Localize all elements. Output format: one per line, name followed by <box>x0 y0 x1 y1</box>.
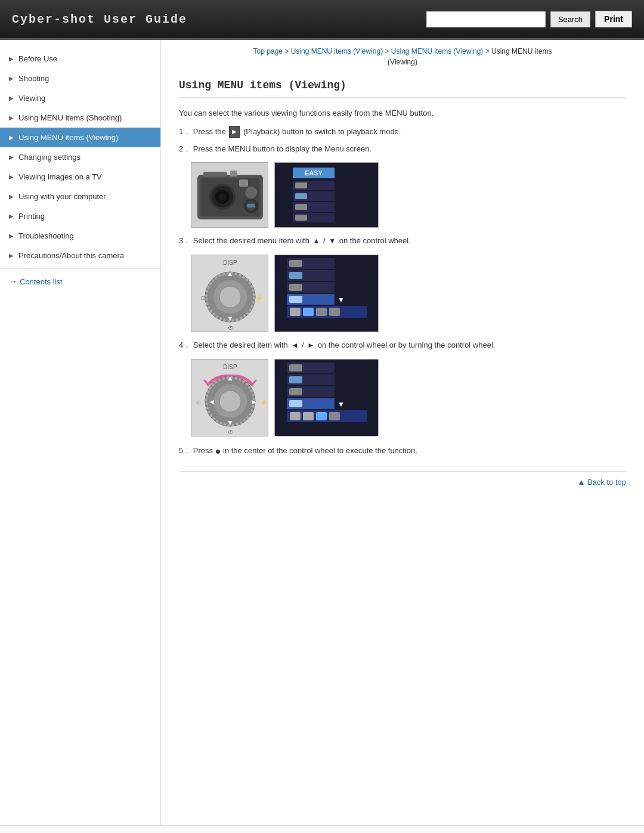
sidebar-item-menu-viewing[interactable]: ▶ Using MENU items (Viewing) <box>0 128 160 147</box>
breadcrumb-menu-viewing-2[interactable]: Using MENU items (Viewing) <box>391 47 483 55</box>
svg-text:⏱: ⏱ <box>228 429 233 435</box>
svg-rect-19 <box>295 193 307 199</box>
arrow-icon: ▶ <box>9 154 14 160</box>
arrow-icon: ▶ <box>9 75 14 82</box>
sidebar-item-changing-settings[interactable]: ▶ Changing settings <box>0 147 160 167</box>
step-5-number: 5． <box>179 446 191 455</box>
wheel-image-1: DISP ▲ ▼ ⊡ ⚡ ⏱ <box>191 255 268 332</box>
arrow-right-icon: → <box>9 277 17 286</box>
sidebar-item-precautions[interactable]: ▶ Precautions/About this camera <box>0 246 160 265</box>
menu-panel-2: ▼ <box>274 255 379 332</box>
sidebar-item-label: Using with your computer <box>18 192 106 201</box>
svg-text:DISP: DISP <box>223 364 237 370</box>
sidebar-item-label: Viewing images on a TV <box>18 172 102 181</box>
svg-point-29 <box>219 286 241 308</box>
arrow-icon: ▶ <box>9 55 14 62</box>
up-arrow: ▲ <box>313 236 320 247</box>
menu-panel-3: ▼ <box>274 359 379 436</box>
svg-rect-39 <box>289 272 302 279</box>
svg-text:◄: ◄ <box>208 398 215 406</box>
image-group-2: DISP ▲ ▼ ⊡ ⚡ ⏱ <box>191 255 626 332</box>
svg-point-7 <box>245 187 257 199</box>
sidebar-item-label: Printing <box>18 212 45 221</box>
svg-rect-12 <box>230 171 237 176</box>
print-button[interactable]: Print <box>595 11 632 27</box>
sidebar-item-label: Troubleshooting <box>18 231 74 240</box>
svg-rect-17 <box>295 182 307 188</box>
sidebar-item-label: Before Use <box>18 54 57 63</box>
svg-text:▼: ▼ <box>338 296 345 304</box>
svg-rect-71 <box>289 400 302 407</box>
sidebar-item-label: Shooting <box>18 74 49 83</box>
svg-point-5 <box>219 193 226 200</box>
camera-svg-1 <box>191 163 268 228</box>
step-4-number: 4． <box>179 340 191 349</box>
sidebar-item-viewing[interactable]: ▶ Viewing <box>0 88 160 108</box>
svg-rect-21 <box>295 204 307 210</box>
svg-text:►: ► <box>250 398 258 406</box>
arrow-icon: ▶ <box>9 174 14 180</box>
search-button[interactable]: Search <box>550 11 590 27</box>
arrow-icon: ▶ <box>9 233 14 239</box>
step-2-number: 2． <box>179 144 191 153</box>
sidebar-item-menu-shooting[interactable]: ▶ Using MENU items (Shooting) <box>0 108 160 128</box>
sidebar-item-printing[interactable]: ▶ Printing <box>0 206 160 226</box>
wheel-image-2: DISP ▲ ▼ ◄ ► <box>191 359 268 436</box>
sidebar-divider <box>0 268 160 269</box>
breadcrumb: Top page > Using MENU items (Viewing) > … <box>179 46 626 67</box>
page-layout: ▶ Before Use ▶ Shooting ▶ Viewing ▶ Usin… <box>0 40 644 825</box>
svg-text:⚡: ⚡ <box>260 398 268 406</box>
step-4: 4． Select the desired item with ◄ / ► on… <box>179 339 626 352</box>
breadcrumb-menu-viewing-1[interactable]: Using MENU items (Viewing) <box>291 47 383 55</box>
sidebar-item-viewing-tv[interactable]: ▶ Viewing images on a TV <box>0 167 160 187</box>
back-to-top[interactable]: ▲ Back to top <box>179 471 626 493</box>
svg-rect-46 <box>303 308 314 316</box>
wheel-svg-1: DISP ▲ ▼ ⊡ ⚡ ⏱ <box>191 255 268 332</box>
svg-text:⏱: ⏱ <box>228 325 233 331</box>
search-input[interactable] <box>426 11 546 27</box>
svg-rect-47 <box>316 308 327 316</box>
sidebar-item-before-use[interactable]: ▶ Before Use <box>0 49 160 69</box>
svg-rect-74 <box>303 412 314 420</box>
step-2: 2． Press the MENU button to display the … <box>179 143 626 156</box>
down-arrow: ▼ <box>329 236 336 247</box>
svg-text:▼: ▼ <box>227 419 234 427</box>
sidebar-item-label: Using MENU items (Viewing) <box>18 133 118 142</box>
contents-list-link[interactable]: → Contents list <box>0 272 160 291</box>
header: Cyber-shot User Guide Search Print <box>0 0 644 40</box>
svg-rect-6 <box>239 179 248 187</box>
site-title: Cyber-shot User Guide <box>12 13 187 26</box>
arrow-icon: ▶ <box>9 193 14 200</box>
svg-text:▲: ▲ <box>227 270 234 278</box>
sidebar: ▶ Before Use ▶ Shooting ▶ Viewing ▶ Usin… <box>0 40 161 825</box>
svg-rect-23 <box>295 215 307 221</box>
sidebar-item-troubleshooting[interactable]: ▶ Troubleshooting <box>0 226 160 246</box>
step-3: 3． Select the desired menu item with ▲ /… <box>179 235 626 247</box>
step-2-text: Press the MENU button to display the Men… <box>193 144 371 153</box>
image-group-3: DISP ▲ ▼ ◄ ► <box>191 359 626 436</box>
svg-text:⊡: ⊡ <box>201 295 206 301</box>
svg-point-55 <box>219 391 241 412</box>
main-content: Top page > Using MENU items (Viewing) > … <box>161 40 644 825</box>
page-title: Using MENU items (Viewing) <box>179 79 626 98</box>
breadcrumb-top[interactable]: Top page <box>253 47 283 55</box>
svg-rect-41 <box>289 284 302 291</box>
svg-rect-69 <box>289 388 302 395</box>
step-1-number: 1． <box>179 127 191 136</box>
sidebar-item-computer[interactable]: ▶ Using with your computer <box>0 187 160 206</box>
back-to-top-link[interactable]: ▲ Back to top <box>577 478 626 487</box>
sidebar-item-shooting[interactable]: ▶ Shooting <box>0 69 160 88</box>
svg-text:⊡: ⊡ <box>196 400 201 405</box>
svg-rect-73 <box>290 412 301 420</box>
svg-text:▲: ▲ <box>227 374 234 382</box>
svg-text:DISP: DISP <box>223 259 237 266</box>
svg-rect-43 <box>289 296 302 303</box>
left-arrow: ◄ <box>291 340 298 351</box>
menu-svg-2: ▼ <box>275 255 379 332</box>
wheel-svg-2: DISP ▲ ▼ ◄ ► <box>191 360 268 436</box>
svg-text:⚡: ⚡ <box>256 294 264 302</box>
step-3-number: 3． <box>179 236 191 245</box>
arrow-icon: ▶ <box>9 213 14 219</box>
image-group-1: EASY <box>191 162 626 228</box>
right-arrow: ► <box>307 340 314 351</box>
